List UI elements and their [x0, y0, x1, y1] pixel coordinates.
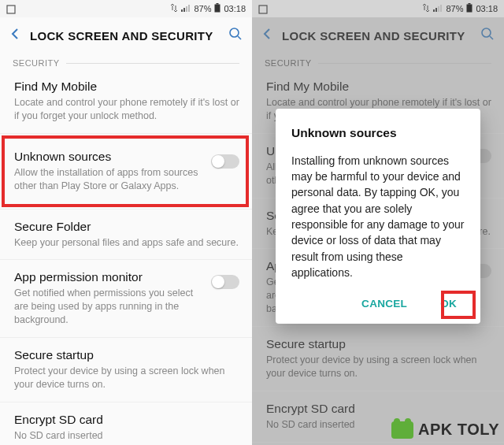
cancel-button[interactable]: CANCEL	[354, 293, 415, 314]
screen-dialog: 87% 03:18 LOCK SCREEN AND SECURITY SECUR…	[252, 0, 504, 445]
item-sub: Allow the installation of apps from sour…	[14, 166, 203, 193]
back-icon[interactable]	[9, 28, 22, 43]
battery-icon	[214, 3, 220, 14]
item-title: Secure startup	[14, 348, 239, 362]
item-title: Secure Folder	[14, 220, 239, 234]
page-title: LOCK SCREEN AND SECURITY	[30, 29, 220, 43]
toggle-unknown-sources[interactable]	[211, 154, 239, 169]
modal-overlay: Unknown sources Installing from unknown …	[252, 17, 504, 445]
data-icon	[170, 4, 178, 13]
header: LOCK SCREEN AND SECURITY	[0, 17, 252, 54]
dialog-body: Installing from unknown sources may be h…	[291, 153, 465, 280]
svg-rect-4	[188, 5, 190, 12]
svg-point-7	[230, 28, 239, 37]
dialog-unknown-sources: Unknown sources Installing from unknown …	[276, 109, 480, 324]
svg-line-8	[238, 36, 241, 39]
svg-rect-1	[181, 9, 183, 12]
search-icon[interactable]	[228, 27, 243, 44]
item-sub: Keep your personal files and apps safe a…	[14, 236, 239, 250]
svg-rect-5	[217, 3, 219, 5]
notification-icon	[6, 3, 16, 13]
svg-rect-10	[433, 9, 435, 12]
svg-rect-3	[186, 6, 187, 12]
clock: 03:18	[476, 4, 498, 13]
svg-rect-13	[440, 5, 442, 12]
svg-rect-14	[469, 3, 471, 5]
divider	[66, 63, 239, 64]
item-sub: No SD card inserted	[14, 429, 239, 443]
item-title: Unknown sources	[14, 150, 203, 164]
item-unknown-sources[interactable]: Unknown sources Allow the installation o…	[0, 134, 252, 210]
item-sub: Locate and control your phone remotely i…	[14, 96, 239, 123]
battery-icon	[466, 3, 472, 14]
item-sub: Get notified when permissions you select…	[14, 287, 203, 327]
section-text: SECURITY	[13, 58, 60, 68]
signal-icon	[181, 4, 191, 13]
item-secure-startup[interactable]: Secure startup Protect your device by us…	[0, 338, 252, 402]
status-bar: 87% 03:18	[252, 0, 504, 17]
item-title: Encrypt SD card	[14, 413, 239, 427]
item-find-my-mobile[interactable]: Find My Mobile Locate and control your p…	[0, 69, 252, 134]
ok-button[interactable]: OK	[432, 293, 465, 314]
item-secure-folder[interactable]: Secure Folder Keep your personal files a…	[0, 210, 252, 261]
svg-rect-11	[435, 8, 437, 12]
item-title: Find My Mobile	[14, 80, 239, 94]
screen-settings: 87% 03:18 LOCK SCREEN AND SECURITY SECUR…	[0, 0, 252, 445]
svg-rect-6	[215, 5, 220, 13]
gamepad-icon	[391, 421, 413, 439]
toggle-permission-monitor[interactable]	[211, 275, 239, 289]
notification-icon	[258, 3, 268, 13]
status-bar: 87% 03:18	[0, 0, 252, 17]
item-encrypt-sd[interactable]: Encrypt SD card No SD card inserted	[0, 402, 252, 445]
battery-pct: 87%	[194, 4, 211, 13]
svg-rect-0	[7, 6, 15, 13]
dialog-title: Unknown sources	[291, 126, 465, 140]
data-icon	[422, 4, 430, 13]
watermark-text: APK TOLY	[418, 421, 499, 439]
svg-rect-15	[467, 5, 472, 13]
svg-rect-2	[183, 8, 185, 12]
svg-rect-9	[259, 6, 267, 13]
battery-pct: 87%	[446, 4, 463, 13]
item-title: App permission monitor	[14, 270, 203, 284]
watermark: APK TOLY	[391, 421, 499, 439]
section-label: SECURITY	[0, 54, 252, 69]
item-app-permission-monitor[interactable]: App permission monitor Get notified when…	[0, 260, 252, 338]
svg-rect-12	[438, 6, 439, 12]
item-sub: Protect your device by using a screen lo…	[14, 365, 239, 391]
clock: 03:18	[224, 4, 246, 13]
signal-icon	[433, 4, 443, 13]
